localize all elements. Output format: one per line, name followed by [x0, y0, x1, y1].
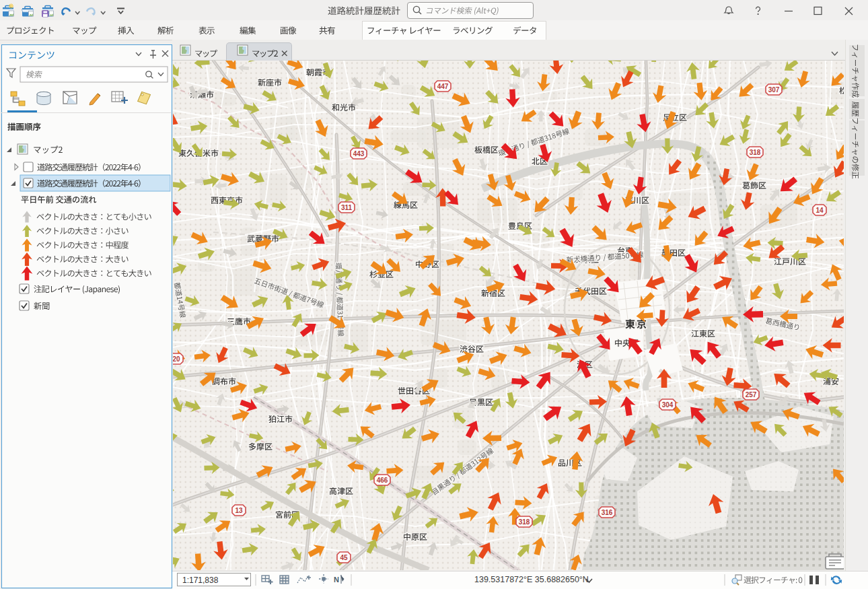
- svg-text:318: 318: [519, 518, 530, 526]
- svg-text:13: 13: [235, 507, 243, 514]
- svg-text:257: 257: [746, 391, 757, 399]
- svg-text:304: 304: [662, 401, 674, 409]
- svg-text:N: N: [334, 576, 339, 584]
- svg-text:311: 311: [341, 204, 353, 211]
- svg-text:139.5317872°E 35.6882650°N: 139.5317872°E 35.6882650°N: [474, 575, 589, 584]
- svg-text:316: 316: [602, 509, 613, 516]
- svg-text:318: 318: [750, 149, 761, 156]
- svg-text:20: 20: [173, 355, 180, 363]
- svg-text:447: 447: [437, 83, 449, 90]
- svg-text:307: 307: [768, 86, 780, 94]
- svg-text:45: 45: [340, 554, 348, 561]
- svg-text:443: 443: [353, 150, 365, 158]
- svg-text:466: 466: [377, 477, 388, 484]
- svg-text:14: 14: [816, 207, 824, 214]
